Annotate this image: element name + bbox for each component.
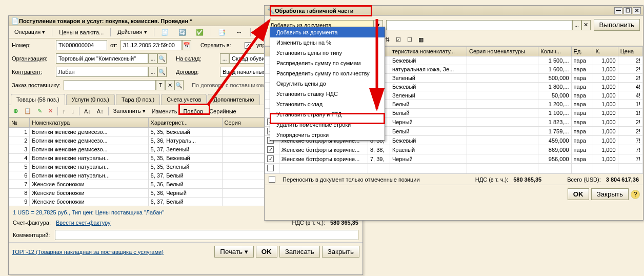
- param-clear-icon[interactable]: ✕: [581, 20, 591, 30]
- contragent-input[interactable]: [56, 67, 148, 77]
- uncheck-all-icon[interactable]: ☐: [405, 35, 415, 44]
- print-button[interactable]: Печать ▾: [214, 246, 253, 258]
- dropdown-item[interactable]: Добавить из документа: [270, 27, 385, 37]
- order-search-icon[interactable]: 🔍: [174, 80, 184, 90]
- add-row-icon[interactable]: ⊕: [11, 107, 21, 115]
- dropdown-item[interactable]: Изменить цены на %: [270, 37, 385, 48]
- contragent-label: Контрагент:: [12, 69, 53, 75]
- edit-row-icon[interactable]: ✎: [35, 107, 45, 115]
- fcol-k[interactable]: К.: [593, 47, 618, 56]
- warehouse-ellipsis[interactable]: ...: [220, 53, 229, 64]
- col-char[interactable]: Характерист...: [148, 118, 222, 128]
- filter-icon[interactable]: ▦: [416, 35, 426, 44]
- transfer-checkbox[interactable]: [269, 176, 275, 183]
- sort-desc-icon[interactable]: A↑: [94, 107, 106, 115]
- torg12-link[interactable]: ТОРГ-12 (Товарная накладная за поставщик…: [12, 249, 164, 255]
- sort-asc-icon[interactable]: A↓: [82, 107, 93, 115]
- fcol-price[interactable]: Цена: [618, 47, 642, 56]
- change-button[interactable]: Изменить: [149, 107, 180, 115]
- order-input[interactable]: [64, 80, 156, 90]
- from-label: от:: [110, 42, 117, 48]
- clear-icon[interactable]: ✕: [165, 80, 174, 90]
- maximize-icon[interactable]: ☐: [623, 7, 632, 14]
- date-input[interactable]: [120, 40, 182, 50]
- fcol-series[interactable]: Серия номенклатуры: [467, 47, 538, 56]
- dropdown-item[interactable]: Установить страну и ГТД: [270, 109, 385, 120]
- doc-icon: 📄: [11, 17, 19, 25]
- contragent-ellipsis[interactable]: ...: [148, 67, 157, 77]
- dropdown-item[interactable]: Упорядочить строки: [270, 130, 385, 140]
- execute-button[interactable]: Выполнить: [594, 19, 640, 31]
- param-ellipsis[interactable]: ...: [572, 20, 581, 30]
- row-checkbox[interactable]: ✓: [267, 146, 274, 153]
- table-row[interactable]: ✓Женские ботфорты коричне...8, 38, Красн…: [265, 145, 643, 154]
- minimize-icon[interactable]: —: [614, 7, 622, 14]
- dropdown-item[interactable]: Распределить сумму по количеству: [270, 68, 385, 78]
- contract-note: По договору с поставщиком: [192, 82, 265, 88]
- arrow-icon[interactable]: ↔: [232, 27, 247, 38]
- invoice-link[interactable]: Ввести счет-фактуру: [56, 220, 111, 226]
- serial-button[interactable]: Серийные: [207, 107, 239, 115]
- text-icon[interactable]: T: [156, 80, 165, 90]
- dropdown-item[interactable]: Удалить помеченные строки: [270, 120, 385, 130]
- front-close-button[interactable]: Закрыть: [591, 188, 629, 200]
- check-icon[interactable]: ✅: [192, 27, 208, 38]
- upr-checkbox[interactable]: ✓: [245, 42, 251, 49]
- fcol-ed[interactable]: Ед.: [571, 47, 593, 56]
- save-button[interactable]: Записать: [279, 246, 320, 258]
- delete-row-icon[interactable]: ✕: [46, 107, 55, 115]
- move-down-icon[interactable]: ↓: [69, 107, 77, 115]
- row-checkbox[interactable]: [267, 165, 274, 171]
- close-icon[interactable]: ✕: [633, 7, 641, 14]
- pick-button[interactable]: Подбор: [180, 107, 206, 115]
- dropdown-item[interactable]: Распределить сумму по суммам: [270, 58, 385, 68]
- invoice-label: Счет-фактура:: [13, 220, 51, 226]
- operation-menu[interactable]: Операция ▾: [11, 27, 49, 37]
- refresh-icon[interactable]: 🔄: [175, 27, 190, 38]
- number-input[interactable]: [56, 40, 107, 50]
- help-icon[interactable]: ?: [631, 190, 640, 199]
- col-nomen[interactable]: Номенклатура: [30, 118, 148, 128]
- ok-button[interactable]: OK: [256, 246, 277, 258]
- front-ok-button[interactable]: OK: [568, 188, 589, 200]
- number-label: Номер:: [12, 42, 53, 48]
- dropdown-item[interactable]: Установить ставку НДС: [270, 89, 385, 99]
- check-all-icon[interactable]: ☑: [393, 35, 404, 44]
- tab-additional[interactable]: Дополнительно: [208, 94, 259, 105]
- close-button[interactable]: Закрыть: [322, 246, 359, 258]
- move-up-icon[interactable]: ↑: [60, 107, 68, 115]
- front-window-titlebar: 🔧 Обработка табличной части — ☐ ✕: [265, 6, 643, 16]
- row-checkbox[interactable]: ✓: [267, 155, 274, 162]
- org-input[interactable]: [56, 53, 148, 64]
- dropdown-item[interactable]: Установить склад: [270, 99, 385, 109]
- comment-input[interactable]: [55, 230, 358, 240]
- table-row[interactable]: [265, 164, 643, 174]
- dropdown-item[interactable]: Округлить цены до: [270, 78, 385, 89]
- tab-services[interactable]: Услуги (0 поз.): [66, 94, 115, 105]
- table-row[interactable]: ✓Женские ботфорты коричне...7, 39, Черны…: [265, 154, 643, 164]
- transfer-label: Переносить в документ только отмеченные …: [283, 176, 420, 183]
- prices-currency-button[interactable]: Цены и валюта...: [55, 28, 107, 37]
- tab-accounts[interactable]: Счета учетов: [161, 94, 207, 105]
- tab-goods[interactable]: Товары (58 поз.): [11, 94, 65, 105]
- back-title: Поступление товаров и услуг: покупка, ко…: [19, 18, 192, 24]
- col-series[interactable]: Серия: [222, 118, 266, 128]
- actions-menu[interactable]: Действия ▾: [114, 27, 150, 37]
- fill-button[interactable]: Заполнить ▾: [111, 107, 148, 115]
- dropdown-item[interactable]: Установить цены по типу: [270, 48, 385, 58]
- col-n[interactable]: №: [9, 118, 30, 128]
- org-ellipsis[interactable]: ...: [148, 53, 157, 64]
- fcol-qty[interactable]: Колич...: [538, 47, 571, 56]
- front-total-label: Всего (USD):: [567, 176, 601, 183]
- fcol-char[interactable]: теристика номенклату...: [390, 47, 467, 56]
- date-picker-icon[interactable]: 📅: [182, 40, 191, 50]
- contragent-search-icon[interactable]: 🔍: [157, 67, 167, 77]
- post-icon[interactable]: 🧾: [157, 27, 173, 38]
- param-input[interactable]: [386, 20, 572, 30]
- org-search-icon[interactable]: 🔍: [157, 53, 167, 64]
- structure-icon[interactable]: 📑: [214, 27, 230, 38]
- copy-row-icon[interactable]: 📋: [22, 107, 34, 115]
- org-label: Организация:: [12, 55, 53, 62]
- reflect-label: Отразить в:: [200, 42, 242, 48]
- tab-tara[interactable]: Тара (0 поз.): [116, 94, 160, 105]
